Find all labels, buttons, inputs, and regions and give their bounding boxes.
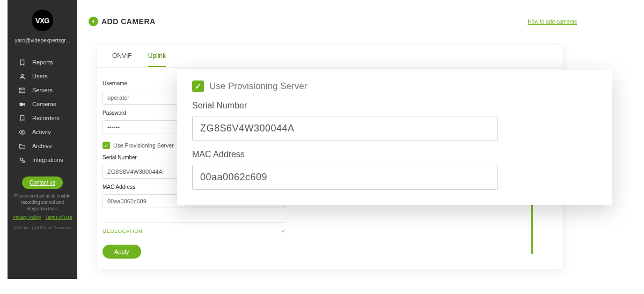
sidebar-item-label: Archive	[32, 143, 52, 149]
svg-point-3	[20, 89, 21, 89]
brand-logo: VXG	[32, 10, 53, 31]
geolocation-section[interactable]: GEOLOCATION <	[103, 222, 285, 234]
sidebar-item-label: Recorders	[32, 115, 60, 121]
chevron-left-icon: <	[282, 228, 285, 234]
contact-us-button[interactable]: Contact us	[22, 177, 63, 189]
sidebar-item-label: Cameras	[32, 101, 56, 107]
svg-rect-5	[19, 102, 23, 105]
sidebar-item-cameras[interactable]: Cameras	[18, 100, 77, 108]
how-to-add-cameras-link[interactable]: How to add cameras	[528, 19, 577, 25]
privacy-policy-link[interactable]: Privacy Policy	[13, 215, 41, 220]
terms-of-use-link[interactable]: Terms of Use	[45, 215, 72, 220]
camera-icon	[18, 100, 26, 108]
footer-text: Please contact us to enable recording co…	[8, 193, 77, 212]
tab-onvif[interactable]: ONVIF	[112, 52, 132, 67]
sidebar: VXG yaro@videoexpertsgr... Reports Users…	[8, 0, 77, 279]
user-email: yaro@videoexpertsgr...	[15, 38, 70, 43]
eye-icon	[18, 128, 26, 136]
sidebar-item-servers[interactable]: Servers	[18, 86, 77, 94]
sidebar-item-archive[interactable]: Archive	[18, 142, 77, 150]
servers-icon	[18, 86, 26, 94]
svg-point-9	[20, 158, 22, 160]
provisioning-label: Use Provisioning Server	[113, 142, 174, 149]
geolocation-label: GEOLOCATION	[103, 228, 142, 234]
copyright: 2022 Inc. | All Rights Reserved	[13, 225, 71, 230]
check-icon: ✓	[192, 80, 204, 92]
tab-uplink[interactable]: Uplink	[148, 52, 166, 67]
callout-checkbox-row[interactable]: ✓ Use Provisioning Server	[192, 80, 597, 92]
apply-button[interactable]: Apply	[103, 245, 141, 259]
svg-point-8	[21, 131, 23, 133]
folder-icon	[18, 142, 26, 150]
user-icon	[18, 72, 26, 80]
callout-serial-input[interactable]	[192, 116, 498, 141]
svg-point-4	[20, 91, 21, 92]
page-title: ADD CAMERA	[101, 17, 156, 26]
callout-serial-label: Serial Number	[192, 101, 597, 111]
sidebar-item-label: Users	[32, 73, 48, 79]
sidebar-item-users[interactable]: Users	[18, 72, 77, 80]
sidebar-item-integrations[interactable]: Integrations	[18, 156, 77, 164]
recorder-icon	[18, 114, 26, 122]
callout-mac-label: MAC Address	[192, 150, 597, 159]
check-icon: ✓	[103, 142, 110, 149]
sidebar-item-label: Reports	[32, 59, 53, 65]
sidebar-item-activity[interactable]: Activity	[18, 128, 77, 136]
provisioning-callout: ✓ Use Provisioning Server Serial Number …	[177, 70, 612, 205]
sidebar-item-recorders[interactable]: Recorders	[18, 114, 77, 122]
tabs: ONVIF Uplink	[97, 45, 563, 68]
sidebar-item-label: Servers	[32, 87, 53, 93]
nav: Reports Users Servers Cameras Recorders	[8, 58, 77, 164]
callout-mac-input[interactable]	[192, 165, 498, 190]
sidebar-item-reports[interactable]: Reports	[18, 58, 77, 66]
svg-point-7	[21, 119, 22, 120]
svg-point-10	[23, 160, 24, 162]
gear-icon	[18, 156, 26, 164]
sidebar-item-label: Integrations	[32, 157, 63, 163]
bookmark-icon	[18, 58, 26, 66]
back-button[interactable]	[89, 17, 98, 26]
svg-point-0	[21, 74, 23, 76]
sidebar-item-label: Activity	[32, 129, 51, 135]
callout-provisioning-label: Use Provisioning Server	[209, 81, 307, 92]
page-header: ADD CAMERA How to add cameras	[83, 11, 588, 32]
